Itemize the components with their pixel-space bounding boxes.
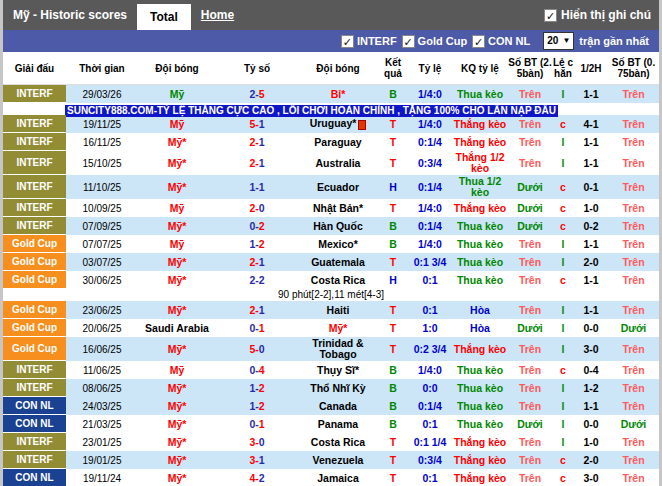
handicap-result: Thua kèo: [452, 220, 508, 233]
goals-25-result: Trên: [508, 88, 552, 101]
odd-even: l: [552, 418, 574, 431]
match-count-select[interactable]: 20 ▼: [543, 32, 574, 50]
table-row: INTERF11/06/25Mỹ0-4Thụy Sĩ*B1/4:0Thua kè…: [3, 361, 659, 379]
competition-badge: INTERF: [3, 115, 66, 133]
odd-even: l: [552, 400, 574, 413]
tab-total[interactable]: Total: [137, 4, 191, 30]
score: 0-4: [216, 364, 298, 377]
competition-badge: CON NL: [3, 469, 66, 486]
result-letter: T: [378, 454, 408, 467]
odd-even: c: [552, 274, 574, 287]
away-team: Paraguay: [298, 136, 378, 149]
match-date: 19/11/25: [66, 118, 138, 131]
away-team: Guatemala: [298, 256, 378, 269]
column-header: Số BT (2. 5bàn): [508, 55, 552, 81]
banner-row: SUNCITY888.COM-TỶ LỆ THẮNG CỰC CAO , LỐI…: [3, 103, 659, 115]
halftime-score: 2-0: [574, 454, 608, 467]
odd-even: l: [552, 136, 574, 149]
halftime-score: 1-1: [574, 157, 608, 170]
goals-075-result: Trên: [608, 157, 659, 170]
tab-home[interactable]: Home: [191, 0, 244, 30]
result-letter: T: [378, 343, 408, 356]
odd-even: l: [552, 256, 574, 269]
promo-banner-link[interactable]: SUNCITY888.COM-TỶ LỆ THẮNG CỰC CAO , LỐI…: [65, 105, 558, 117]
goals-25-result: Trên: [508, 454, 552, 467]
table-row: INTERF19/01/25Mỹ*3-1VenezuelaT0:3/4Thắng…: [3, 451, 659, 469]
show-notes-checkbox[interactable]: ✓: [544, 9, 557, 22]
goals-25-result: Dưới: [508, 322, 552, 335]
competition-badge: CON NL: [3, 397, 66, 415]
result-letter: H: [378, 274, 408, 287]
halftime-score: 1-0: [574, 202, 608, 215]
goals-075-result: Trên: [608, 220, 659, 233]
away-team: Venezuela: [298, 454, 378, 467]
goals-25-result: Trên: [508, 157, 552, 170]
filter-connl[interactable]: ✓ CON NL: [472, 35, 530, 48]
handicap-odds: 0:1: [408, 304, 452, 317]
away-team: Trinidad & Tobago: [298, 337, 378, 361]
goals-25-result: Trên: [508, 256, 552, 269]
odd-even: l: [552, 304, 574, 317]
halftime-score: 1-1: [574, 238, 608, 251]
handicap-odds: 0:3/4: [408, 454, 452, 467]
competition-badge: Gold Cup: [3, 319, 66, 337]
score: 4-2: [216, 472, 298, 485]
filter-connl-label: CON NL: [488, 35, 530, 47]
column-header: Giải đấu: [3, 61, 66, 76]
filter-goldcup[interactable]: ✓ Gold Cup: [402, 35, 468, 48]
home-team: Mỹ*: [138, 418, 216, 431]
handicap-odds: 0:1 1/4: [408, 436, 452, 449]
column-header: 1/2H: [574, 61, 608, 76]
halftime-score: 2-0: [574, 256, 608, 269]
score: 1-2: [216, 238, 298, 251]
home-team: Mỹ: [138, 202, 216, 215]
goals-25-result: Trên: [508, 472, 552, 485]
home-team: Mỹ*: [138, 382, 216, 395]
goals-075-result: Trên: [608, 364, 659, 377]
header-row: Giải đấuThời gianĐội bóngTỷ sốĐội bóngKế…: [3, 52, 659, 85]
handicap-result: Thua kèo: [452, 256, 508, 269]
goals-075-result: Trên: [608, 238, 659, 251]
column-header: KQ tỷ lệ: [452, 61, 508, 76]
result-letter: T: [378, 256, 408, 269]
result-letter: B: [378, 88, 408, 101]
halftime-score: 1-1: [574, 136, 608, 149]
handicap-result: Thua kèo: [452, 238, 508, 251]
filter-interf[interactable]: ✓ INTERF: [341, 35, 397, 48]
goals-25-result: Trên: [508, 274, 552, 287]
home-team: Mỹ*: [138, 304, 216, 317]
match-date: 15/10/25: [66, 157, 138, 170]
competition-badge: Gold Cup: [3, 301, 66, 319]
away-team: Bỉ*: [298, 88, 378, 101]
halftime-score: 3-0: [574, 472, 608, 485]
table-row: INTERF07/09/25Mỹ*0-2Hàn QuốcB0:1/4Thua k…: [3, 217, 659, 235]
odd-even: c: [552, 118, 574, 131]
match-date: 19/11/24: [66, 472, 138, 485]
odd-even: l: [552, 343, 574, 356]
score: 0-2: [216, 220, 298, 233]
score: 2-1: [216, 304, 298, 317]
home-team: Mỹ*: [138, 436, 216, 449]
match-date: 19/01/25: [66, 454, 138, 467]
table-row: INTERF15/10/25Mỹ*2-1AustraliaT0:3/4Thắng…: [3, 151, 659, 175]
goals-075-result: Trên: [608, 304, 659, 317]
check-icon[interactable]: ✓: [472, 35, 485, 48]
goals-075-result: Dưới: [608, 322, 659, 335]
result-letter: T: [378, 136, 408, 149]
check-icon[interactable]: ✓: [402, 35, 415, 48]
table-row: INTERF23/01/25Mỹ*3-0Costa RicaT0:1 1/4Th…: [3, 433, 659, 451]
table-row: INTERF29/03/26Mỹ2-5Bỉ*B1/4:0Thua kèoTrên…: [3, 85, 659, 103]
handicap-odds: 0:1/4: [408, 136, 452, 149]
result-letter: T: [378, 157, 408, 170]
table-row: Gold Cup30/06/25Mỹ*2-2Costa RicaH0:1Thua…: [3, 271, 659, 289]
check-icon[interactable]: ✓: [341, 35, 354, 48]
handicap-result: Thắng kèo: [452, 436, 508, 449]
score: 2-1: [216, 157, 298, 170]
odd-even: c: [552, 472, 574, 485]
halftime-score: 1-1: [574, 88, 608, 101]
table-body: INTERF29/03/26Mỹ2-5Bỉ*B1/4:0Thua kèoTrên…: [3, 85, 659, 486]
home-team: Mỹ*: [138, 256, 216, 269]
odd-even: c: [552, 202, 574, 215]
halftime-score: 1-0: [574, 436, 608, 449]
competition-badge: INTERF: [3, 175, 66, 199]
